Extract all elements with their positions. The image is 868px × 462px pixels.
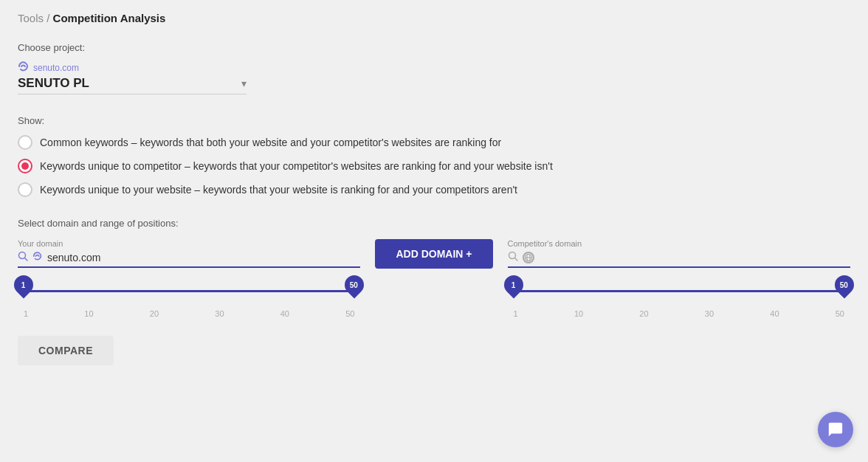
- main-content: Tools / Competition Analysis Choose proj…: [0, 0, 868, 383]
- your-domain-block: Your domain: [18, 239, 360, 318]
- your-domain-search-icon: [18, 251, 28, 263]
- breadcrumb: Tools / Competition Analysis: [18, 12, 850, 24]
- breadcrumb-tools[interactable]: Tools: [18, 12, 44, 24]
- add-domain-button[interactable]: ADD DOMAIN +: [375, 239, 492, 269]
- dropdown-arrow-icon: ▾: [241, 77, 247, 89]
- radio-circle-competitor-unique: [18, 159, 32, 173]
- your-slider-markers: 1 10 20 30 40 50: [24, 309, 354, 318]
- your-slider-left-value: 1: [21, 281, 26, 289]
- breadcrumb-current: Competition Analysis: [53, 12, 166, 24]
- project-name: SENUTO PL: [18, 76, 89, 91]
- competitor-domain-block: Competitor's domain: [508, 239, 850, 318]
- project-label: Choose project:: [18, 42, 850, 53]
- your-slider-track: [24, 290, 354, 292]
- radio-circle-my-unique: [18, 182, 32, 197]
- domains-row: Your domain: [18, 239, 850, 318]
- comp-slider-right-value: 50: [840, 281, 848, 289]
- project-domain-text: senuto.com: [33, 63, 79, 73]
- project-selector[interactable]: senuto.com SENUTO PL ▾: [18, 61, 247, 94]
- competitor-domain-search-icon: [508, 251, 518, 263]
- competitor-domain-globe-icon: [523, 252, 534, 263]
- comp-slider-track: [514, 290, 844, 292]
- chat-bubble-button[interactable]: [818, 412, 853, 447]
- competitor-domain-slider: 1 50 1 10 20 30 40 50: [508, 275, 850, 318]
- senuto-logo-icon: [18, 61, 30, 75]
- comp-slider-left-thumb[interactable]: 1: [500, 272, 527, 299]
- project-name-row[interactable]: SENUTO PL ▾: [18, 76, 247, 94]
- comp-slider-markers: 1 10 20 30 40 50: [514, 309, 844, 318]
- your-domain-label: Your domain: [18, 239, 360, 248]
- your-domain-input[interactable]: [47, 252, 360, 263]
- radio-label-common: Common keywords – keywords that both you…: [40, 137, 501, 148]
- show-label: Show:: [18, 115, 850, 126]
- your-domain-slider: 1 50 1 10 20 30: [18, 275, 360, 318]
- radio-label-my-unique: Keywords unique to your website – keywor…: [40, 184, 517, 196]
- your-domain-logo-icon: [32, 251, 43, 263]
- radio-item-common[interactable]: Common keywords – keywords that both you…: [18, 135, 850, 150]
- your-domain-input-row: [18, 251, 360, 268]
- your-slider-right-thumb[interactable]: 50: [341, 272, 368, 299]
- your-slider-right-value: 50: [351, 281, 359, 289]
- your-slider-left-thumb[interactable]: 1: [10, 272, 38, 299]
- add-domain-area: ADD DOMAIN +: [375, 239, 492, 280]
- project-domain: senuto.com: [18, 61, 247, 75]
- radio-item-competitor-unique[interactable]: Keywords unique to competitor – keywords…: [18, 159, 850, 173]
- radio-group: Common keywords – keywords that both you…: [18, 135, 850, 197]
- radio-item-my-unique[interactable]: Keywords unique to your website – keywor…: [18, 182, 850, 197]
- competitor-domain-input-row: [508, 251, 850, 268]
- competitor-domain-input[interactable]: [539, 252, 850, 263]
- comp-slider-left-value: 1: [512, 281, 516, 289]
- breadcrumb-separator: /: [46, 12, 52, 24]
- competitor-domain-label: Competitor's domain: [508, 239, 850, 248]
- radio-circle-common: [18, 135, 32, 150]
- domain-section-label: Select domain and range of positions:: [18, 218, 850, 229]
- compare-button[interactable]: COMPARE: [18, 336, 114, 365]
- chat-icon: [827, 421, 844, 438]
- comp-slider-right-thumb[interactable]: 50: [831, 272, 858, 299]
- radio-label-competitor-unique: Keywords unique to competitor – keywords…: [40, 160, 553, 172]
